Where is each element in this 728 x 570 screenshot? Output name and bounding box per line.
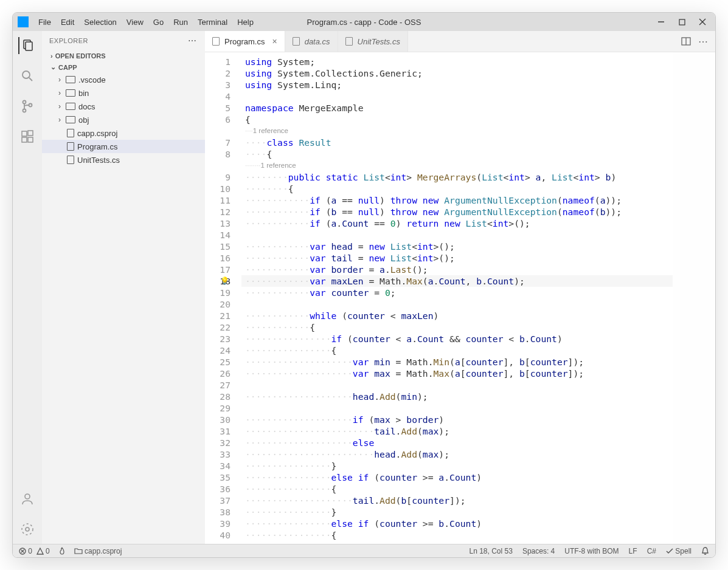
code-line[interactable]: ············var counter = 0;: [241, 287, 673, 298]
status-spell[interactable]: Spell: [666, 547, 692, 555]
menu-file[interactable]: File: [33, 16, 56, 29]
status-project[interactable]: capp.csproj: [74, 547, 122, 555]
source-control-icon[interactable]: [19, 98, 36, 115]
code-line[interactable]: using System.Linq;: [241, 79, 673, 91]
workspace-root[interactable]: ⌄ CAPP: [42, 61, 205, 73]
code-line[interactable]: using System;: [241, 56, 673, 67]
file-Program-cs[interactable]: Program.cs: [42, 140, 205, 153]
lightbulb-icon[interactable]: 💡: [220, 275, 229, 287]
line-number: 23: [205, 333, 231, 345]
status-position[interactable]: Ln 18, Col 53: [470, 547, 513, 555]
code-line[interactable]: ····················tail.Add(b[counter])…: [241, 495, 673, 506]
tree-label: Program.cs: [77, 142, 117, 151]
code-line[interactable]: ················{: [241, 345, 673, 356]
code-line[interactable]: ····················head.Add(min);: [241, 391, 673, 402]
folder--vscode[interactable]: ›.vscode: [42, 73, 205, 86]
open-editors-section[interactable]: › OPEN EDITORS: [42, 50, 205, 61]
code-line[interactable]: ················if (counter < a.Count &&…: [241, 333, 673, 345]
maximize-button[interactable]: [678, 18, 686, 26]
settings-gear-icon[interactable]: [19, 521, 36, 538]
line-number: 38: [205, 506, 231, 518]
code-line[interactable]: [241, 229, 673, 241]
status-flame-icon[interactable]: [58, 547, 66, 555]
tab-Program-cs[interactable]: Program.cs×: [205, 31, 285, 52]
code-line[interactable]: ············if (a == null) throw new Arg…: [241, 194, 673, 206]
status-eol[interactable]: LF: [629, 547, 637, 555]
code-line[interactable]: {: [241, 114, 673, 125]
code-line[interactable]: ················else if (counter >= b.Co…: [241, 518, 673, 529]
line-number: 40: [205, 529, 231, 541]
code-line[interactable]: ············{: [241, 321, 673, 333]
search-icon[interactable]: [19, 67, 36, 84]
code-line[interactable]: ················}: [241, 506, 673, 518]
code-line[interactable]: [241, 402, 673, 414]
menu-help[interactable]: Help: [232, 16, 258, 29]
codelens[interactable]: ········1 reference: [241, 160, 673, 171]
code-line[interactable]: ············if (b == null) throw new Arg…: [241, 206, 673, 218]
status-spaces[interactable]: Spaces: 4: [522, 547, 555, 555]
window-title: Program.cs - capp - Code - OSS: [307, 18, 421, 27]
code-line[interactable]: ············var tail = new List<int>();: [241, 252, 673, 264]
code-line[interactable]: ····················var min = Math.Min(a…: [241, 356, 673, 368]
svg-point-10: [29, 104, 32, 107]
menu-view[interactable]: View: [122, 16, 148, 29]
menu-edit[interactable]: Edit: [56, 16, 79, 29]
code-line[interactable]: ········{: [241, 183, 673, 194]
folder-bin[interactable]: ›bin: [42, 86, 205, 100]
tree-label: docs: [78, 102, 95, 111]
menu-run[interactable]: Run: [168, 16, 193, 29]
status-encoding[interactable]: UTF-8 with BOM: [564, 547, 619, 555]
tab-UnitTests-cs[interactable]: UnitTests.cs: [338, 31, 408, 52]
close-tab-icon[interactable]: ×: [272, 36, 277, 46]
sidebar-more-icon[interactable]: ⋯: [188, 36, 198, 46]
tab-data-cs[interactable]: data.cs: [285, 31, 338, 52]
code-line[interactable]: [241, 91, 673, 102]
tab-more-icon[interactable]: ⋯: [698, 36, 708, 47]
file-UnitTests-cs[interactable]: UnitTests.cs: [42, 153, 205, 167]
code-line[interactable]: ························tail.Add(max);: [241, 425, 673, 437]
code-line[interactable]: ····················else: [241, 437, 673, 448]
close-button[interactable]: [698, 18, 707, 26]
menu-terminal[interactable]: Terminal: [193, 16, 232, 29]
account-icon[interactable]: [19, 490, 36, 507]
code-line[interactable]: ····{: [241, 148, 673, 160]
code-line[interactable]: ····················if (max > border): [241, 414, 673, 425]
code-line[interactable]: ················}: [241, 460, 673, 472]
menu-selection[interactable]: Selection: [79, 16, 121, 29]
code-line[interactable]: ············var border = a.Last();: [241, 264, 673, 275]
code-line[interactable]: ············if (a.Count == 0) return new…: [241, 218, 673, 229]
code-editor[interactable]: using System;using System.Collections.Ge…: [241, 52, 673, 544]
explorer-sidebar: EXPLORER ⋯ › OPEN EDITORS ⌄ CAPP ›.vscod…: [42, 31, 205, 544]
minimize-button[interactable]: [657, 18, 665, 26]
file-capp-csproj[interactable]: capp.csproj: [42, 126, 205, 140]
extensions-icon[interactable]: [19, 128, 36, 145]
svg-rect-1: [679, 19, 685, 25]
code-line[interactable]: ············while (counter < maxLen): [241, 310, 673, 321]
line-number: 13: [205, 218, 231, 229]
split-editor-icon[interactable]: [681, 36, 691, 46]
code-line[interactable]: [241, 379, 673, 391]
explorer-icon[interactable]: [18, 37, 35, 54]
code-line[interactable]: ················{: [241, 529, 673, 541]
code-line[interactable]: using System.Collections.Generic;: [241, 67, 673, 79]
code-line[interactable]: ················else if (counter >= a.Co…: [241, 472, 673, 483]
line-number: 35: [205, 472, 231, 483]
code-line[interactable]: ················{: [241, 483, 673, 495]
code-line[interactable]: ············var head = new List<int>();: [241, 241, 673, 252]
code-line[interactable]: ········public static List<int> MergeArr…: [241, 171, 673, 183]
status-lang[interactable]: C#: [647, 547, 656, 555]
code-line[interactable]: ····class Result: [241, 137, 673, 148]
minimap[interactable]: [673, 52, 715, 544]
menu-go[interactable]: Go: [148, 16, 168, 29]
code-line[interactable]: [241, 298, 673, 310]
status-errors[interactable]: 0 0: [19, 547, 50, 555]
codelens[interactable]: ····1 reference: [241, 125, 673, 137]
code-line[interactable]: ····················var max = Math.Max(a…: [241, 368, 673, 379]
folder-docs[interactable]: ›docs: [42, 100, 205, 113]
code-line[interactable]: ············var maxLen = Math.Max(a.Coun…: [241, 275, 673, 287]
folder-obj[interactable]: ›obj: [42, 113, 205, 126]
code-line[interactable]: ························head.Add(max);: [241, 448, 673, 460]
code-line[interactable]: namespace MergeExample: [241, 102, 673, 114]
status-bell-icon[interactable]: [701, 547, 709, 555]
line-number: 15: [205, 241, 231, 252]
